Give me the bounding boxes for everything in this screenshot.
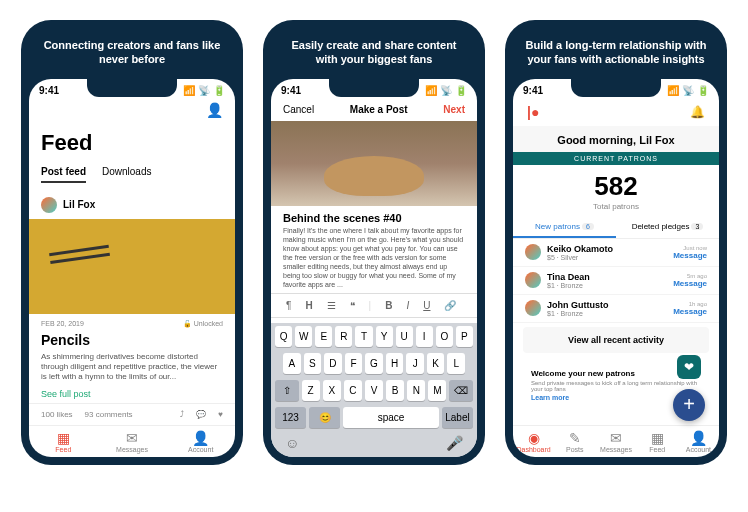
nav-feed[interactable]: ▦Feed — [637, 426, 678, 457]
nav-account[interactable]: 👤Account — [166, 426, 235, 457]
see-full-link[interactable]: See full post — [29, 385, 235, 403]
shift-key[interactable]: ⇧ — [275, 380, 299, 401]
key-x[interactable]: X — [323, 380, 341, 401]
format-paragraph[interactable]: ¶ — [283, 298, 294, 313]
status-icons: 📶 📡 🔋 — [667, 85, 709, 96]
nav-messages[interactable]: ✉Messages — [595, 426, 636, 457]
compose-image[interactable] — [271, 121, 477, 206]
caption-3: Build a long-term relationship with your… — [513, 28, 719, 79]
chat-fab[interactable]: ❤ — [677, 355, 701, 379]
cancel-button[interactable]: Cancel — [283, 104, 314, 115]
notch — [571, 79, 661, 97]
label-key[interactable]: Label — [442, 407, 473, 428]
format-quote[interactable]: ❝ — [347, 298, 358, 313]
key-t[interactable]: T — [355, 326, 372, 347]
nav-dashboard[interactable]: ◉Dashboard — [513, 426, 554, 457]
numeric-key[interactable]: 123 — [275, 407, 306, 428]
tab-post-feed[interactable]: Post feed — [41, 162, 86, 183]
backspace-key[interactable]: ⌫ — [449, 380, 473, 401]
patron-name: Tina Dean — [547, 272, 667, 282]
key-e[interactable]: E — [315, 326, 332, 347]
key-z[interactable]: Z — [302, 380, 320, 401]
phone-3: Build a long-term relationship with your… — [505, 20, 727, 465]
key-n[interactable]: N — [407, 380, 425, 401]
key-o[interactable]: O — [436, 326, 453, 347]
tab-deleted-pledges[interactable]: Deleted pledges3 — [616, 217, 719, 238]
likes-count[interactable]: 100 likes — [41, 410, 73, 419]
key-q[interactable]: Q — [275, 326, 292, 347]
patron-row[interactable]: John Guttusto$1 · Bronze1h agoMessage — [513, 295, 719, 323]
key-r[interactable]: R — [335, 326, 352, 347]
format-link[interactable]: 🔗 — [441, 298, 459, 313]
post-date: FEB 20, 2019 — [41, 320, 84, 328]
patron-row[interactable]: Keiko Okamoto$5 · SilverJust nowMessage — [513, 239, 719, 267]
compose-post-title[interactable]: Behind the scenes #40 — [271, 206, 477, 226]
post-image[interactable] — [29, 219, 235, 314]
nav-messages[interactable]: ✉Messages — [98, 426, 167, 457]
key-u[interactable]: U — [396, 326, 413, 347]
screen-compose: 9:41 📶 📡 🔋 Cancel Make a Post Next Behin… — [271, 79, 477, 457]
tab-new-patrons[interactable]: New patrons6 — [513, 217, 616, 238]
heart-icon[interactable]: ♥ — [218, 410, 223, 419]
bottom-nav: ◉Dashboard ✎Posts ✉Messages ▦Feed 👤Accou… — [513, 425, 719, 457]
key-f[interactable]: F — [345, 353, 363, 374]
patron-tabs: New patrons6 Deleted pledges3 — [513, 217, 719, 239]
notch — [87, 79, 177, 97]
format-italic[interactable]: I — [403, 298, 412, 313]
tab-downloads[interactable]: Downloads — [102, 162, 151, 183]
nav-account[interactable]: 👤Account — [678, 426, 719, 457]
post-author[interactable]: Lil Fox — [29, 191, 235, 219]
key-j[interactable]: J — [406, 353, 424, 374]
compose-post-body[interactable]: Finally! It's the one where I talk about… — [271, 226, 477, 294]
key-s[interactable]: S — [304, 353, 322, 374]
status-icons: 📶 📡 🔋 — [183, 85, 225, 96]
key-g[interactable]: G — [365, 353, 383, 374]
comments-count[interactable]: 93 comments — [85, 410, 133, 419]
message-link[interactable]: Message — [673, 307, 707, 316]
comment-icon[interactable]: 💬 — [196, 410, 206, 419]
patron-row[interactable]: Tina Dean$1 · Bronze5m agoMessage — [513, 267, 719, 295]
key-y[interactable]: Y — [376, 326, 393, 347]
format-bold[interactable]: B — [382, 298, 395, 313]
key-k[interactable]: K — [427, 353, 445, 374]
view-all-button[interactable]: View all recent activity — [523, 327, 709, 353]
bottom-nav: ▦Feed ✉Messages 👤Account — [29, 425, 235, 457]
next-button[interactable]: Next — [443, 104, 465, 115]
status-icons: 📶 📡 🔋 — [425, 85, 467, 96]
key-m[interactable]: M — [428, 380, 446, 401]
patron-tier: $5 · Silver — [547, 254, 667, 261]
message-link[interactable]: Message — [673, 251, 707, 260]
key-a[interactable]: A — [283, 353, 301, 374]
post-meta: FEB 20, 2019 🔓 Unlocked — [29, 314, 235, 330]
avatar — [525, 244, 541, 260]
screen-feed: 9:41 📶 📡 🔋 👤 Feed Post feed Downloads Li… — [29, 79, 235, 457]
format-list[interactable]: ☰ — [324, 298, 339, 313]
key-c[interactable]: C — [344, 380, 362, 401]
key-v[interactable]: V — [365, 380, 383, 401]
bell-icon[interactable]: 🔔 — [690, 105, 705, 119]
format-toolbar: ¶ H ☰ ❝ | B I U 🔗 — [271, 293, 477, 318]
nav-posts[interactable]: ✎Posts — [554, 426, 595, 457]
add-fab[interactable]: + — [673, 389, 705, 421]
format-underline[interactable]: U — [420, 298, 433, 313]
mic-icon[interactable]: 🎤 — [446, 435, 463, 451]
key-i[interactable]: I — [416, 326, 433, 347]
emoji-icon[interactable]: ☺ — [285, 435, 299, 451]
nav-feed[interactable]: ▦Feed — [29, 426, 98, 457]
emoji-key[interactable]: 😊 — [309, 407, 340, 428]
space-key[interactable]: space — [343, 407, 439, 428]
avatar — [525, 300, 541, 316]
profile-icon[interactable]: 👤 — [29, 98, 235, 122]
share-icon[interactable]: ⤴ — [180, 410, 184, 419]
key-l[interactable]: L — [447, 353, 465, 374]
message-link[interactable]: Message — [673, 279, 707, 288]
key-h[interactable]: H — [386, 353, 404, 374]
format-heading[interactable]: H — [302, 298, 315, 313]
phone-2: Easily create and share content with you… — [263, 20, 485, 465]
feed-tabs: Post feed Downloads — [29, 162, 235, 191]
key-d[interactable]: D — [324, 353, 342, 374]
key-p[interactable]: P — [456, 326, 473, 347]
key-w[interactable]: W — [295, 326, 312, 347]
key-b[interactable]: B — [386, 380, 404, 401]
screen-dashboard: 9:41 📶 📡 🔋 |● 🔔 Good morning, Lil Fox CU… — [513, 79, 719, 457]
